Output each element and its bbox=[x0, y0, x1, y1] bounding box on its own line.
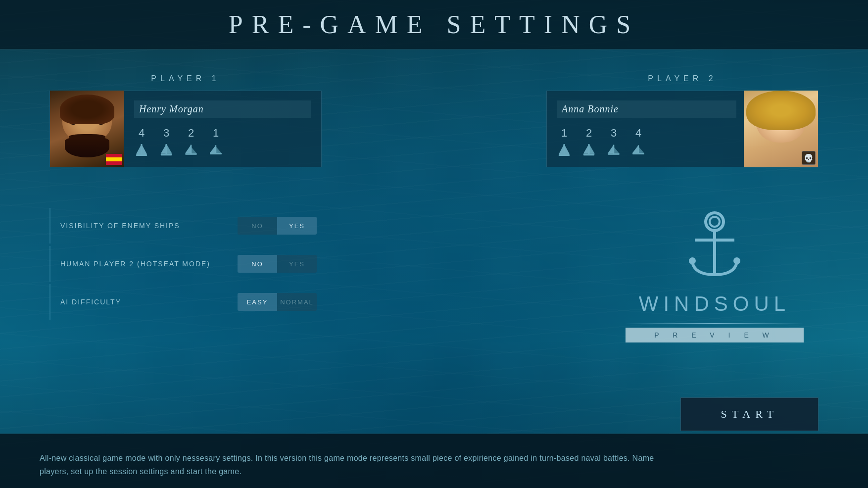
ship-count-2: 3 bbox=[163, 127, 169, 140]
hotseat-yes-option[interactable]: YES bbox=[277, 255, 317, 273]
players-row: PLAYER 1 4 bbox=[0, 74, 868, 167]
ship-item: 4 bbox=[134, 127, 149, 157]
svg-marker-24 bbox=[614, 146, 619, 153]
svg-rect-6 bbox=[161, 154, 172, 156]
player1-info: 4 3 bbox=[124, 93, 321, 165]
anchor-icon bbox=[675, 208, 754, 287]
svg-rect-25 bbox=[613, 145, 615, 155]
difficulty-easy-option[interactable]: EASY bbox=[238, 293, 277, 311]
player1-card: 4 3 bbox=[49, 91, 322, 167]
p2-ship-icon-4 bbox=[631, 143, 646, 157]
player2-label: PLAYER 2 bbox=[648, 74, 717, 83]
p2-ship-icon-3 bbox=[606, 143, 621, 157]
ship-icon-2 bbox=[159, 143, 174, 157]
player1-flag bbox=[106, 154, 122, 165]
svg-rect-21 bbox=[588, 144, 590, 155]
svg-rect-17 bbox=[564, 144, 565, 156]
player2-skull-badge: 💀 bbox=[802, 151, 816, 165]
setting-visibility: VISIBILITY OF ENEMY SHIPS NO YES bbox=[49, 208, 317, 244]
player1-name-input[interactable] bbox=[134, 100, 311, 118]
p2-ship-count-4: 4 bbox=[635, 127, 641, 140]
ship-count-4: 1 bbox=[213, 127, 219, 140]
p2-ship-count-1: 1 bbox=[561, 127, 567, 140]
svg-rect-5 bbox=[166, 144, 167, 155]
setting-difficulty: AI DIFFICULTY EASY NORMAL bbox=[49, 284, 317, 320]
ship-item: 1 bbox=[557, 127, 572, 157]
p2-ship-count-3: 3 bbox=[611, 127, 617, 140]
hotseat-toggle[interactable]: NO YES bbox=[238, 255, 317, 273]
settings-section: VISIBILITY OF ENEMY SHIPS NO YES HUMAN P… bbox=[49, 208, 317, 322]
visibility-yes-option[interactable]: YES bbox=[277, 217, 317, 235]
hotseat-no-option[interactable]: NO bbox=[238, 255, 277, 273]
player1-section: PLAYER 1 4 bbox=[49, 74, 322, 167]
logo-divider bbox=[626, 323, 804, 324]
player1-label: PLAYER 1 bbox=[151, 74, 220, 83]
svg-rect-22 bbox=[583, 154, 595, 156]
svg-point-37 bbox=[710, 217, 720, 227]
ship-count-3: 2 bbox=[188, 127, 194, 140]
svg-rect-1 bbox=[141, 144, 143, 156]
p2-ship-count-2: 2 bbox=[586, 127, 592, 140]
player1-eyes bbox=[70, 120, 104, 125]
svg-point-35 bbox=[689, 257, 696, 264]
svg-rect-31 bbox=[632, 153, 644, 154]
svg-marker-7 bbox=[185, 145, 191, 153]
page-title: PRE-GAME SETTINGS bbox=[0, 10, 868, 39]
svg-marker-4 bbox=[167, 145, 173, 154]
svg-rect-9 bbox=[191, 145, 192, 155]
ship-item: 3 bbox=[159, 127, 174, 157]
svg-point-32 bbox=[706, 213, 723, 231]
ship-item: 1 bbox=[208, 127, 223, 157]
hotseat-label: HUMAN PLAYER 2 (HOTSEAT MODE) bbox=[60, 260, 238, 268]
svg-rect-30 bbox=[638, 145, 639, 154]
bottom-description: All-new classical game mode with only ne… bbox=[40, 451, 670, 478]
logo-section: WINDSOUL P R E V I E W bbox=[611, 208, 819, 342]
start-button[interactable]: START bbox=[680, 397, 819, 431]
eye-right bbox=[97, 120, 104, 125]
logo-preview-bar: P R E V I E W bbox=[626, 328, 804, 342]
svg-marker-27 bbox=[632, 145, 638, 153]
p2-ship-icon-2 bbox=[581, 143, 596, 157]
difficulty-normal-option[interactable]: NORMAL bbox=[277, 293, 317, 311]
svg-marker-11 bbox=[210, 145, 216, 153]
player1-avatar bbox=[50, 91, 124, 167]
svg-rect-2 bbox=[136, 154, 147, 156]
ship-item: 4 bbox=[631, 127, 646, 157]
logo-preview-text: P R E V I E W bbox=[654, 331, 775, 339]
visibility-toggle[interactable]: NO YES bbox=[238, 217, 317, 235]
logo-name: WINDSOUL bbox=[639, 292, 790, 316]
svg-rect-10 bbox=[185, 153, 196, 155]
setting-hotseat: HUMAN PLAYER 2 (HOTSEAT MODE) NO YES bbox=[49, 246, 317, 282]
svg-rect-14 bbox=[215, 145, 216, 154]
ship-icon-4 bbox=[208, 143, 223, 157]
ship-icon-3 bbox=[184, 143, 198, 157]
player1-ships: 4 3 bbox=[134, 127, 311, 157]
visibility-label: VISIBILITY OF ENEMY SHIPS bbox=[60, 222, 238, 230]
ship-item: 3 bbox=[606, 127, 621, 157]
player2-card: 💀 1 2 bbox=[546, 91, 819, 167]
difficulty-label: AI DIFFICULTY bbox=[60, 298, 238, 306]
player2-avatar: 💀 bbox=[744, 91, 818, 167]
difficulty-toggle[interactable]: EASY NORMAL bbox=[238, 293, 317, 311]
p2-ship-icon-1 bbox=[557, 143, 572, 157]
start-button-wrapper: START bbox=[680, 397, 819, 431]
player2-section: PLAYER 2 💀 1 bbox=[546, 74, 819, 167]
ship-icon-1 bbox=[134, 143, 149, 157]
ship-count-1: 4 bbox=[139, 127, 145, 140]
player2-info: 1 2 bbox=[547, 93, 744, 165]
svg-rect-18 bbox=[559, 154, 570, 156]
player2-ships: 1 2 bbox=[557, 127, 736, 157]
svg-marker-23 bbox=[608, 145, 614, 153]
eye-left bbox=[70, 120, 77, 125]
svg-rect-15 bbox=[210, 153, 222, 154]
player2-name-input[interactable] bbox=[557, 100, 736, 118]
visibility-no-option[interactable]: NO bbox=[238, 217, 277, 235]
svg-marker-20 bbox=[590, 145, 595, 154]
ship-item: 2 bbox=[581, 127, 596, 157]
svg-rect-26 bbox=[608, 153, 619, 155]
ship-item: 2 bbox=[184, 127, 198, 157]
svg-point-36 bbox=[733, 257, 740, 264]
svg-marker-8 bbox=[191, 146, 196, 153]
player1-beard bbox=[65, 138, 109, 157]
